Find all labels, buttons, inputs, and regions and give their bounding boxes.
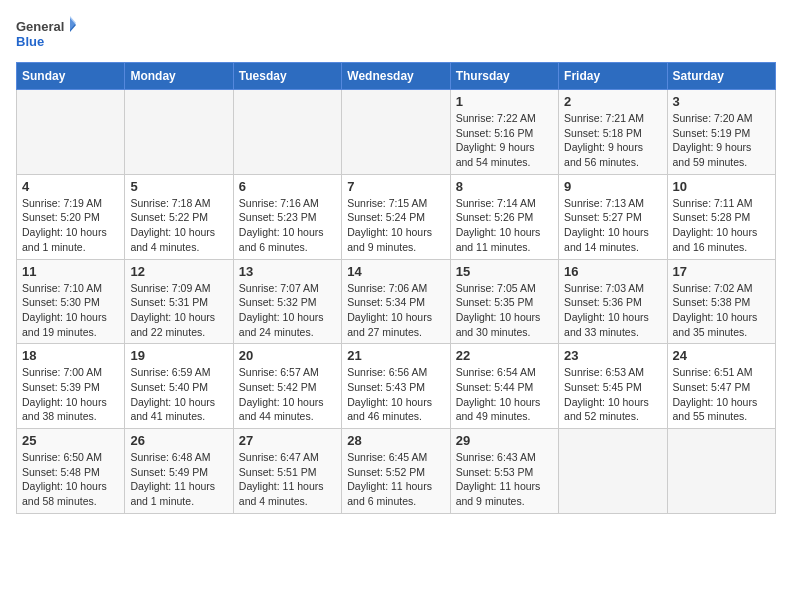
calendar-cell: 1Sunrise: 7:22 AMSunset: 5:16 PMDaylight… <box>450 90 558 175</box>
calendar-cell: 10Sunrise: 7:11 AMSunset: 5:28 PMDayligh… <box>667 174 775 259</box>
day-number: 1 <box>456 94 553 109</box>
day-detail: Sunrise: 7:14 AMSunset: 5:26 PMDaylight:… <box>456 196 553 255</box>
day-number: 22 <box>456 348 553 363</box>
day-number: 15 <box>456 264 553 279</box>
day-detail: Sunrise: 6:48 AMSunset: 5:49 PMDaylight:… <box>130 450 227 509</box>
calendar-cell: 4Sunrise: 7:19 AMSunset: 5:20 PMDaylight… <box>17 174 125 259</box>
day-number: 16 <box>564 264 661 279</box>
calendar-cell: 14Sunrise: 7:06 AMSunset: 5:34 PMDayligh… <box>342 259 450 344</box>
day-number: 21 <box>347 348 444 363</box>
day-detail: Sunrise: 7:18 AMSunset: 5:22 PMDaylight:… <box>130 196 227 255</box>
day-detail: Sunrise: 6:47 AMSunset: 5:51 PMDaylight:… <box>239 450 336 509</box>
calendar-cell <box>667 429 775 514</box>
week-row-4: 18Sunrise: 7:00 AMSunset: 5:39 PMDayligh… <box>17 344 776 429</box>
calendar-cell: 27Sunrise: 6:47 AMSunset: 5:51 PMDayligh… <box>233 429 341 514</box>
day-number: 29 <box>456 433 553 448</box>
day-number: 26 <box>130 433 227 448</box>
svg-text:Blue: Blue <box>16 34 44 49</box>
day-number: 19 <box>130 348 227 363</box>
day-detail: Sunrise: 6:54 AMSunset: 5:44 PMDaylight:… <box>456 365 553 424</box>
header: General Blue <box>16 16 776 54</box>
day-number: 11 <box>22 264 119 279</box>
calendar-cell: 13Sunrise: 7:07 AMSunset: 5:32 PMDayligh… <box>233 259 341 344</box>
day-detail: Sunrise: 7:05 AMSunset: 5:35 PMDaylight:… <box>456 281 553 340</box>
day-number: 10 <box>673 179 770 194</box>
day-detail: Sunrise: 6:50 AMSunset: 5:48 PMDaylight:… <box>22 450 119 509</box>
calendar-cell: 7Sunrise: 7:15 AMSunset: 5:24 PMDaylight… <box>342 174 450 259</box>
day-number: 3 <box>673 94 770 109</box>
day-detail: Sunrise: 6:53 AMSunset: 5:45 PMDaylight:… <box>564 365 661 424</box>
day-number: 17 <box>673 264 770 279</box>
header-day-friday: Friday <box>559 63 667 90</box>
calendar-cell <box>17 90 125 175</box>
calendar-cell: 9Sunrise: 7:13 AMSunset: 5:27 PMDaylight… <box>559 174 667 259</box>
header-day-thursday: Thursday <box>450 63 558 90</box>
day-detail: Sunrise: 6:59 AMSunset: 5:40 PMDaylight:… <box>130 365 227 424</box>
header-day-wednesday: Wednesday <box>342 63 450 90</box>
day-detail: Sunrise: 7:11 AMSunset: 5:28 PMDaylight:… <box>673 196 770 255</box>
calendar-cell: 15Sunrise: 7:05 AMSunset: 5:35 PMDayligh… <box>450 259 558 344</box>
calendar-cell: 21Sunrise: 6:56 AMSunset: 5:43 PMDayligh… <box>342 344 450 429</box>
day-detail: Sunrise: 6:56 AMSunset: 5:43 PMDaylight:… <box>347 365 444 424</box>
header-day-monday: Monday <box>125 63 233 90</box>
day-number: 28 <box>347 433 444 448</box>
day-number: 6 <box>239 179 336 194</box>
calendar-table: SundayMondayTuesdayWednesdayThursdayFrid… <box>16 62 776 514</box>
day-detail: Sunrise: 7:21 AMSunset: 5:18 PMDaylight:… <box>564 111 661 170</box>
day-detail: Sunrise: 7:22 AMSunset: 5:16 PMDaylight:… <box>456 111 553 170</box>
days-header-row: SundayMondayTuesdayWednesdayThursdayFrid… <box>17 63 776 90</box>
day-number: 7 <box>347 179 444 194</box>
day-number: 18 <box>22 348 119 363</box>
day-number: 4 <box>22 179 119 194</box>
day-detail: Sunrise: 7:06 AMSunset: 5:34 PMDaylight:… <box>347 281 444 340</box>
day-number: 27 <box>239 433 336 448</box>
day-number: 2 <box>564 94 661 109</box>
day-number: 12 <box>130 264 227 279</box>
day-detail: Sunrise: 7:10 AMSunset: 5:30 PMDaylight:… <box>22 281 119 340</box>
day-detail: Sunrise: 7:03 AMSunset: 5:36 PMDaylight:… <box>564 281 661 340</box>
logo-svg: General Blue <box>16 16 76 54</box>
calendar-cell: 18Sunrise: 7:00 AMSunset: 5:39 PMDayligh… <box>17 344 125 429</box>
calendar-cell: 5Sunrise: 7:18 AMSunset: 5:22 PMDaylight… <box>125 174 233 259</box>
day-detail: Sunrise: 7:19 AMSunset: 5:20 PMDaylight:… <box>22 196 119 255</box>
calendar-cell: 24Sunrise: 6:51 AMSunset: 5:47 PMDayligh… <box>667 344 775 429</box>
calendar-cell: 2Sunrise: 7:21 AMSunset: 5:18 PMDaylight… <box>559 90 667 175</box>
day-number: 9 <box>564 179 661 194</box>
calendar-cell: 16Sunrise: 7:03 AMSunset: 5:36 PMDayligh… <box>559 259 667 344</box>
svg-text:General: General <box>16 19 64 34</box>
day-detail: Sunrise: 7:16 AMSunset: 5:23 PMDaylight:… <box>239 196 336 255</box>
calendar-cell: 28Sunrise: 6:45 AMSunset: 5:52 PMDayligh… <box>342 429 450 514</box>
header-day-tuesday: Tuesday <box>233 63 341 90</box>
day-number: 13 <box>239 264 336 279</box>
calendar-cell: 19Sunrise: 6:59 AMSunset: 5:40 PMDayligh… <box>125 344 233 429</box>
logo: General Blue <box>16 16 76 54</box>
day-number: 5 <box>130 179 227 194</box>
calendar-cell: 29Sunrise: 6:43 AMSunset: 5:53 PMDayligh… <box>450 429 558 514</box>
calendar-cell: 17Sunrise: 7:02 AMSunset: 5:38 PMDayligh… <box>667 259 775 344</box>
calendar-cell: 8Sunrise: 7:14 AMSunset: 5:26 PMDaylight… <box>450 174 558 259</box>
calendar-cell <box>559 429 667 514</box>
week-row-1: 1Sunrise: 7:22 AMSunset: 5:16 PMDaylight… <box>17 90 776 175</box>
day-number: 8 <box>456 179 553 194</box>
day-detail: Sunrise: 7:15 AMSunset: 5:24 PMDaylight:… <box>347 196 444 255</box>
day-number: 24 <box>673 348 770 363</box>
header-day-sunday: Sunday <box>17 63 125 90</box>
header-day-saturday: Saturday <box>667 63 775 90</box>
calendar-cell: 11Sunrise: 7:10 AMSunset: 5:30 PMDayligh… <box>17 259 125 344</box>
day-detail: Sunrise: 6:57 AMSunset: 5:42 PMDaylight:… <box>239 365 336 424</box>
day-detail: Sunrise: 7:13 AMSunset: 5:27 PMDaylight:… <box>564 196 661 255</box>
calendar-cell: 3Sunrise: 7:20 AMSunset: 5:19 PMDaylight… <box>667 90 775 175</box>
day-number: 25 <box>22 433 119 448</box>
day-number: 14 <box>347 264 444 279</box>
day-detail: Sunrise: 6:43 AMSunset: 5:53 PMDaylight:… <box>456 450 553 509</box>
calendar-cell: 6Sunrise: 7:16 AMSunset: 5:23 PMDaylight… <box>233 174 341 259</box>
week-row-5: 25Sunrise: 6:50 AMSunset: 5:48 PMDayligh… <box>17 429 776 514</box>
calendar-cell: 20Sunrise: 6:57 AMSunset: 5:42 PMDayligh… <box>233 344 341 429</box>
calendar-cell <box>125 90 233 175</box>
calendar-cell <box>233 90 341 175</box>
day-detail: Sunrise: 6:51 AMSunset: 5:47 PMDaylight:… <box>673 365 770 424</box>
day-detail: Sunrise: 7:07 AMSunset: 5:32 PMDaylight:… <box>239 281 336 340</box>
calendar-cell: 23Sunrise: 6:53 AMSunset: 5:45 PMDayligh… <box>559 344 667 429</box>
day-detail: Sunrise: 7:00 AMSunset: 5:39 PMDaylight:… <box>22 365 119 424</box>
day-number: 23 <box>564 348 661 363</box>
